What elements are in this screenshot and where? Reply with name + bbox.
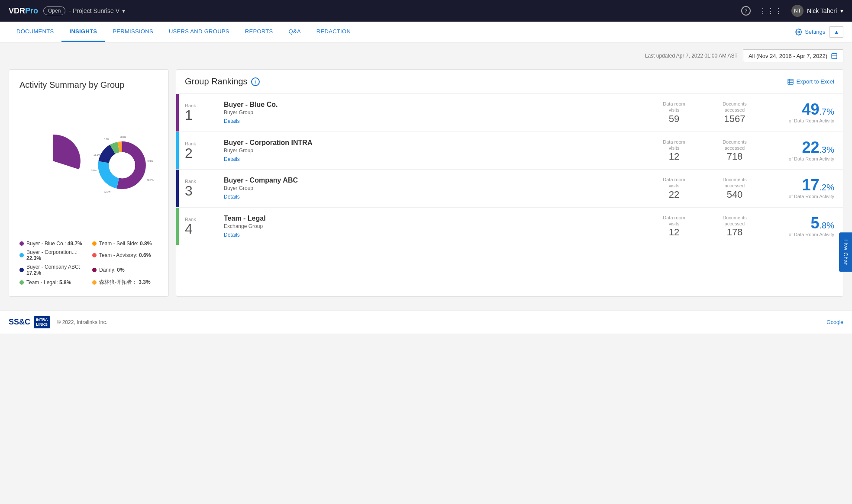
copyright-text: © 2022, Intralinks Inc. (57, 319, 107, 325)
date-range-picker[interactable]: All (Nov 24, 2016 - Apr 7, 2022) (743, 49, 843, 62)
docs-col-4: Documentsaccessed 178 (704, 215, 765, 238)
group-info-1: Buyer - Blue Co. Buyer Group Details (219, 101, 644, 124)
svg-rect-5 (788, 79, 793, 84)
group-rankings-header: Group Rankings i Export to Excel (176, 70, 843, 94)
tab-reports[interactable]: REPORTS (237, 22, 281, 42)
grid-icon[interactable]: ⋮⋮⋮ (759, 7, 783, 15)
segment-blue-co (53, 135, 81, 169)
ranking-row-1: Rank 1 Buyer - Blue Co. Buyer Group Deta… (176, 94, 843, 132)
details-link-2[interactable]: Details (224, 156, 240, 162)
visits-col-2: Data roomvisits 12 (644, 139, 704, 163)
ranking-row-4: Rank 4 Team - Legal Exchange Group Detai… (176, 208, 843, 246)
rank-info-1: Rank 1 (185, 103, 219, 122)
visits-col-3: Data roomvisits 22 (644, 177, 704, 200)
donut-chart-main: 0.8% 3.3% 0.6% 5.8% 22.3% 17.2% 49.7% (86, 100, 158, 230)
percent-col-1: 49.7% of Data Room Activity (765, 102, 834, 123)
percent-col-4: 5.8% of Data Room Activity (765, 215, 834, 237)
header-right: ? ⋮⋮⋮ NT Nick Taheri ▾ (741, 5, 843, 17)
group-rankings-panel: Group Rankings i Export to Excel Rank (176, 69, 843, 297)
visits-col-4: Data roomvisits 12 (644, 215, 704, 238)
main-content: Last updated Apr 7, 2022 01:00 AM AST Al… (0, 42, 852, 304)
open-badge: Open (43, 6, 65, 15)
details-link-4[interactable]: Details (224, 232, 240, 238)
rank-info-4: Rank 4 (185, 217, 219, 236)
legend-dot-blue-co (19, 241, 24, 246)
percent-col-2: 22.3% of Data Room Activity (765, 140, 834, 161)
tab-redaction[interactable]: REDACTION (309, 22, 358, 42)
label-17-2: 17.2% (94, 154, 101, 156)
legend-item-advisory: Team - Advisory: 0.6% (92, 249, 158, 261)
activity-summary-title: Activity Summary by Group (19, 80, 158, 90)
docs-col-2: Documentsaccessed 718 (704, 139, 765, 163)
legend-item-forest: 森林狼-开拓者： 3.3% (92, 279, 158, 286)
nav-right: Settings ▲ (795, 26, 843, 38)
legend-item-sell-side: Team - Sell Side: 0.8% (92, 241, 158, 247)
info-icon[interactable]: i (251, 77, 260, 86)
legend-dot-forest (92, 280, 97, 285)
project-title[interactable]: - Project Sunrise V ▾ (69, 7, 125, 14)
ranking-row-3: Rank 3 Buyer - Company ABC Buyer Group D… (176, 170, 843, 208)
visits-col-1: Data roomvisits 59 (644, 101, 704, 125)
settings-button[interactable]: Settings (795, 29, 825, 35)
legend-dot-legal (19, 280, 24, 285)
rank-info-2: Rank 2 (185, 141, 219, 160)
settings-label: Settings (805, 29, 825, 35)
legend-dot-danny (92, 268, 97, 272)
chart-legend: Buyer - Blue Co.: 49.7% Team - Sell Side… (19, 241, 158, 286)
donut-chart (19, 100, 86, 222)
svg-point-0 (798, 31, 800, 33)
excel-icon (787, 78, 794, 85)
label-22-3: 22.3% (104, 190, 111, 193)
legend-dot-advisory (92, 253, 97, 257)
top-bar: Last updated Apr 7, 2022 01:00 AM AST Al… (9, 49, 843, 62)
project-chevron-icon: ▾ (122, 7, 125, 14)
docs-col-3: Documentsaccessed 540 (704, 177, 765, 200)
group-info-4: Team - Legal Exchange Group Details (219, 215, 644, 238)
app-logo: VDRPro (9, 6, 38, 16)
svg-rect-1 (832, 54, 837, 59)
legend-item-danny: Danny: 0% (92, 264, 158, 276)
rankings-list: Rank 1 Buyer - Blue Co. Buyer Group Deta… (176, 94, 843, 245)
help-icon[interactable]: ? (741, 6, 751, 16)
legend-item-blue-co: Buyer - Blue Co.: 49.7% (19, 241, 85, 247)
footer: SS&C INTRA LINKS © 2022, Intralinks Inc.… (0, 311, 852, 334)
details-link-1[interactable]: Details (224, 118, 240, 124)
legend-dot-abc (19, 268, 24, 272)
rank-bar-4 (176, 208, 179, 245)
user-menu[interactable]: NT Nick Taheri ▾ (791, 5, 843, 17)
tab-documents[interactable]: DOCUMENTS (9, 22, 61, 42)
details-link-3[interactable]: Details (224, 194, 240, 200)
rank-info-3: Rank 3 (185, 179, 219, 198)
user-avatar: NT (791, 5, 804, 17)
rank-bar-2 (176, 132, 179, 170)
activity-summary-panel: Activity Summary by Group (9, 69, 169, 297)
tab-qa[interactable]: Q&A (281, 22, 309, 42)
nav-tabs: DOCUMENTS INSIGHTS PERMISSIONS USERS AND… (9, 22, 358, 42)
donut-center (109, 152, 136, 179)
label-0-8: 0.8% (121, 136, 126, 138)
live-chat-button[interactable]: Live Chat (839, 232, 852, 272)
tab-users-groups[interactable]: USERS AND GROUPS (161, 22, 237, 42)
date-range-text: All (Nov 24, 2016 - Apr 7, 2022) (749, 53, 827, 59)
legend-item-legal: Team - Legal: 5.8% (19, 279, 85, 286)
tab-permissions[interactable]: PERMISSIONS (105, 22, 161, 42)
footer-logos: SS&C INTRA LINKS (9, 316, 50, 328)
logo-suffix: Pro (25, 6, 38, 15)
percent-col-3: 17.2% of Data Room Activity (765, 177, 834, 199)
legend-dot-corp (19, 253, 24, 257)
legend-item-abc: Buyer - Company ABC: 17.2% (19, 264, 85, 276)
tab-insights[interactable]: INSIGHTS (61, 22, 105, 42)
export-excel-button[interactable]: Export to Excel (787, 78, 834, 85)
user-chevron-icon: ▾ (840, 7, 843, 14)
panels-container: Activity Summary by Group (9, 69, 843, 297)
group-rankings-title: Group Rankings i (185, 77, 260, 87)
last-updated-text: Last updated Apr 7, 2022 01:00 AM AST (645, 53, 738, 59)
export-label: Export to Excel (797, 78, 834, 85)
collapse-button[interactable]: ▲ (829, 26, 843, 38)
label-0-6: 0.6% (148, 160, 153, 162)
group-info-3: Buyer - Company ABC Buyer Group Details (219, 177, 644, 200)
label-49-7: 49.7% (147, 179, 154, 181)
google-link[interactable]: Google (826, 319, 843, 325)
rank-bar-1 (176, 94, 179, 132)
user-name: Nick Taheri (807, 7, 837, 14)
